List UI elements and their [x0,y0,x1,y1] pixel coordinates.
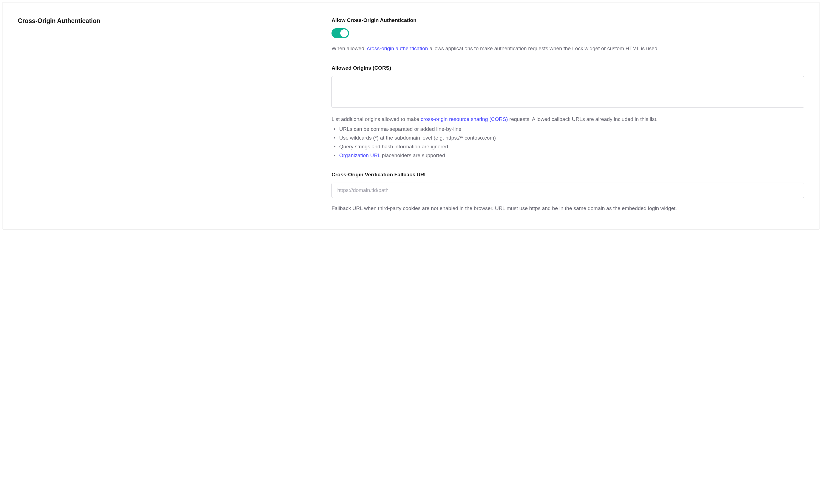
hint-item: Organization URL placeholders are suppor… [332,151,804,160]
organization-url-link[interactable]: Organization URL [339,152,380,158]
desc-text: List additional origins allowed to make [332,116,421,122]
desc-text: When allowed, [332,45,367,51]
cross-origin-auth-panel: Cross-Origin Authentication Allow Cross-… [2,2,820,229]
section-title: Cross-Origin Authentication [18,17,321,25]
desc-text: requests. Allowed callback URLs are alre… [508,116,658,122]
fallback-url-label: Cross-Origin Verification Fallback URL [332,172,804,178]
cors-link[interactable]: cross-origin resource sharing (CORS) [421,116,508,122]
fallback-url-input[interactable] [332,183,804,198]
desc-text: allows applications to make authenticati… [428,45,659,51]
hint-text: placeholders are supported [380,152,445,158]
fallback-url-description: Fallback URL when third-party cookies ar… [332,204,804,213]
allow-cross-origin-description: When allowed, cross-origin authenticatio… [332,44,804,53]
allow-cross-origin-label: Allow Cross-Origin Authentication [332,17,804,23]
allow-cross-origin-group: Allow Cross-Origin Authentication When a… [332,17,804,53]
allow-cross-origin-toggle[interactable] [332,28,349,38]
allowed-origins-hints: URLs can be comma-separated or added lin… [332,125,804,160]
allowed-origins-description: List additional origins allowed to make … [332,115,804,124]
toggle-knob-icon [340,29,348,37]
settings-column: Allow Cross-Origin Authentication When a… [332,17,804,213]
fallback-url-group: Cross-Origin Verification Fallback URL F… [332,172,804,213]
hint-item: Use wildcards (*) at the subdomain level… [332,133,804,142]
section-title-column: Cross-Origin Authentication [18,17,321,213]
allowed-origins-label: Allowed Origins (CORS) [332,65,804,71]
allowed-origins-input[interactable] [332,76,804,108]
allowed-origins-group: Allowed Origins (CORS) List additional o… [332,65,804,160]
cross-origin-auth-link[interactable]: cross-origin authentication [367,45,428,51]
hint-item: Query strings and hash information are i… [332,142,804,151]
hint-item: URLs can be comma-separated or added lin… [332,125,804,133]
